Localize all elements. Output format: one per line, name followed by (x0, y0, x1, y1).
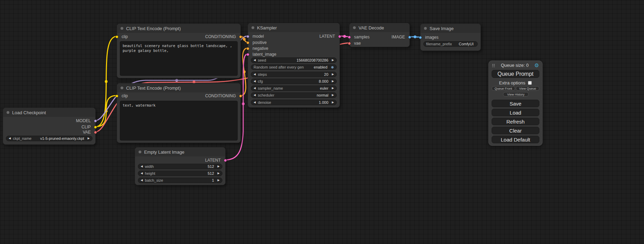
decrement-icon[interactable]: ◀ (9, 137, 11, 140)
widget-sampler-name[interactable]: ◀ sampler_name euler ▶ (251, 85, 337, 91)
collapse-dot-icon[interactable] (424, 27, 427, 30)
decrement-icon[interactable]: ◀ (254, 101, 256, 104)
collapse-dot-icon[interactable] (139, 151, 141, 153)
widget-value: enabled (314, 65, 329, 69)
settings-gear-icon[interactable]: ⚙ (535, 63, 539, 68)
output-slot-clip[interactable] (94, 126, 97, 129)
output-label-clip: CLIP (81, 125, 91, 129)
widget-label: filename_prefix (426, 42, 452, 46)
output-label-latent: LATENT (319, 34, 335, 39)
node-clip-text-encode-positive[interactable]: CLIP Text Encode (Prompt) clip CONDITION… (117, 24, 241, 78)
decrement-icon[interactable]: ◀ (254, 59, 256, 62)
queue-front-button[interactable]: Queue Front (492, 86, 515, 91)
node-save-image[interactable]: Save Image images filename_prefix ComfyU… (420, 24, 481, 51)
widget-batch-size[interactable]: ◀ batch_size 1 ▶ (138, 178, 222, 183)
collapse-dot-icon[interactable] (353, 26, 356, 29)
input-label-negative: negative (253, 46, 268, 51)
increment-icon[interactable]: ▶ (332, 101, 334, 104)
widget-width[interactable]: ◀ width 512 ▶ (138, 164, 222, 169)
increment-icon[interactable]: ▶ (88, 137, 90, 140)
decrement-icon[interactable]: ◀ (141, 172, 143, 175)
load-button[interactable]: Load (492, 109, 539, 116)
positive-prompt-textarea[interactable]: beautiful scenery nature glass bottle la… (120, 41, 238, 76)
decrement-icon[interactable]: ◀ (254, 73, 256, 76)
load-default-button[interactable]: Load Default (492, 136, 539, 143)
node-vae-decode[interactable]: VAE Decode samples vae IMAGE (349, 23, 410, 47)
link-midpoint-dot (242, 102, 245, 105)
clear-button[interactable]: Clear (492, 127, 539, 134)
widget-filename-prefix[interactable]: filename_prefix ComfyUI (423, 41, 478, 47)
increment-icon[interactable]: ▶ (332, 94, 334, 97)
node-save-image-titlebar[interactable]: Save Image (421, 24, 480, 33)
node-empty-latent-titlebar[interactable]: Empty Latent Image (135, 147, 225, 156)
decrement-icon[interactable]: ◀ (254, 94, 256, 97)
node-clip-positive-titlebar[interactable]: CLIP Text Encode (Prompt) (117, 24, 240, 33)
input-slot-clip[interactable] (115, 35, 118, 38)
save-button[interactable]: Save (492, 100, 539, 107)
node-load-checkpoint-titlebar[interactable]: Load Checkpoint (3, 108, 95, 117)
output-slot-model[interactable] (94, 119, 97, 123)
widget-height[interactable]: ◀ height 512 ▶ (138, 171, 222, 176)
input-slot-model[interactable] (246, 35, 249, 38)
extra-options-label: Extra options (499, 80, 526, 85)
increment-icon[interactable]: ▶ (332, 73, 334, 76)
output-slot-vae[interactable] (94, 131, 97, 134)
increment-icon[interactable]: ▶ (218, 172, 220, 175)
input-slot-clip[interactable] (115, 94, 118, 98)
decrement-icon[interactable]: ◀ (141, 179, 143, 182)
refresh-button[interactable]: Refresh (492, 118, 539, 125)
menu-panel: Queue size: 0 ⚙ Queue Prompt Extra optio… (488, 61, 542, 146)
node-load-checkpoint[interactable]: Load Checkpoint MODEL CLIP VAE ◀ ckpt_na… (3, 108, 96, 145)
input-slot-samples[interactable] (348, 36, 351, 39)
node-graph-canvas[interactable]: Load Checkpoint MODEL CLIP VAE ◀ ckpt_na… (0, 0, 644, 244)
collapse-dot-icon[interactable] (7, 111, 9, 114)
widget-seed[interactable]: ◀ seed 156680208700286 ▶ (251, 57, 337, 63)
decrement-icon[interactable]: ◀ (254, 87, 256, 90)
node-ksampler[interactable]: KSampler model positive negative latent_… (248, 23, 340, 108)
node-ksampler-titlebar[interactable]: KSampler (248, 23, 339, 32)
output-slot-conditioning[interactable] (239, 94, 242, 98)
node-clip-negative-titlebar[interactable]: CLIP Text Encode (Prompt) (117, 83, 240, 92)
decrement-icon[interactable]: ◀ (254, 80, 256, 83)
input-slot-negative[interactable] (246, 47, 249, 50)
drag-handle-icon[interactable] (492, 63, 495, 67)
widget-scheduler[interactable]: ◀ scheduler normal ▶ (251, 92, 337, 98)
widget-ckpt-name[interactable]: ◀ ckpt_name v1-5-pruned-emaonly.ckpt ▶ (6, 136, 92, 141)
link-midpoint-dot (175, 79, 178, 82)
increment-icon[interactable]: ▶ (332, 59, 334, 62)
view-queue-button[interactable]: View Queue (516, 86, 539, 91)
output-slot-image[interactable] (408, 36, 411, 39)
extra-options-checkbox[interactable] (528, 81, 532, 85)
node-vae-decode-titlebar[interactable]: VAE Decode (350, 23, 409, 32)
input-slot-positive[interactable] (246, 41, 249, 44)
node-empty-latent-image[interactable]: Empty Latent Image LATENT ◀ width 512 ▶ … (135, 147, 226, 185)
decrement-icon[interactable]: ◀ (141, 165, 143, 168)
queue-prompt-button[interactable]: Queue Prompt (492, 70, 539, 78)
output-slot-conditioning[interactable] (239, 35, 242, 38)
widget-random-seed-toggle[interactable]: Random seed after every gen enabled (251, 64, 337, 70)
increment-icon[interactable]: ▶ (332, 87, 334, 90)
input-label-samples: samples (354, 35, 370, 39)
collapse-dot-icon[interactable] (121, 87, 123, 89)
widget-steps[interactable]: ◀ steps 20 ▶ (251, 72, 337, 77)
negative-prompt-textarea[interactable]: text, watermark (120, 101, 238, 141)
widget-value: 512 (208, 164, 215, 169)
input-slot-latent-image[interactable] (246, 53, 249, 56)
widget-label: denoise (258, 100, 271, 105)
collapse-dot-icon[interactable] (252, 26, 254, 29)
input-label-clip: clip (122, 34, 128, 39)
widget-denoise[interactable]: ◀ denoise 1.000 ▶ (251, 100, 337, 105)
output-slot-latent[interactable] (224, 159, 227, 162)
widget-cfg[interactable]: ◀ cfg 8.000 ▶ (251, 79, 337, 84)
increment-icon[interactable]: ▶ (218, 165, 220, 168)
node-title: CLIP Text Encode (Prompt) (126, 85, 181, 91)
node-clip-text-encode-negative[interactable]: CLIP Text Encode (Prompt) clip CONDITION… (117, 83, 241, 143)
input-slot-vae[interactable] (348, 42, 351, 45)
increment-icon[interactable]: ▶ (218, 179, 220, 182)
increment-icon[interactable]: ▶ (332, 80, 334, 83)
view-history-button[interactable]: View History (503, 92, 529, 97)
output-slot-latent[interactable] (338, 35, 341, 38)
collapse-dot-icon[interactable] (121, 27, 123, 30)
input-slot-images[interactable] (419, 36, 422, 39)
toggle-knob-icon[interactable] (331, 66, 334, 69)
